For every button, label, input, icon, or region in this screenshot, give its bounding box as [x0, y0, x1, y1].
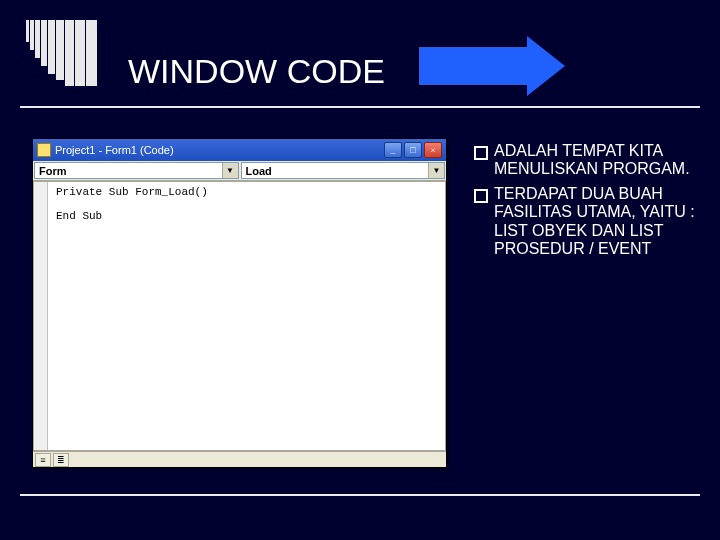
object-dropdown[interactable]: Form ▼ [34, 162, 239, 179]
procedure-dropdown-value: Load [246, 165, 272, 177]
title-decor-bars [26, 20, 97, 86]
divider-top [20, 106, 700, 108]
divider-bottom [20, 494, 700, 496]
chevron-down-icon: ▼ [222, 163, 238, 178]
titlebar-text: Project1 - Form1 (Code) [55, 144, 384, 156]
bullet-item: ADALAH TEMPAT KITA MENULISKAN PRORGAM. [472, 142, 710, 179]
code-text[interactable]: Private Sub Form_Load() End Sub [48, 182, 445, 450]
code-area[interactable]: Private Sub Form_Load() End Sub [33, 181, 446, 451]
procedure-view-button[interactable]: ≡ [35, 453, 51, 467]
arrow-graphic [418, 36, 568, 96]
object-dropdown-value: Form [39, 165, 67, 177]
titlebar[interactable]: Project1 - Form1 (Code) _ □ × [33, 139, 446, 161]
bullet-list: ADALAH TEMPAT KITA MENULISKAN PRORGAM. T… [472, 142, 710, 264]
view-bar: ≡ ≣ [33, 451, 446, 467]
full-module-view-button[interactable]: ≣ [53, 453, 69, 467]
chevron-down-icon: ▼ [428, 163, 444, 178]
margin-bar [34, 182, 48, 450]
maximize-button[interactable]: □ [404, 142, 422, 158]
code-window: Project1 - Form1 (Code) _ □ × Form ▼ Loa… [32, 138, 447, 468]
minimize-button[interactable]: _ [384, 142, 402, 158]
slide-title: WINDOW CODE [128, 52, 385, 91]
procedure-dropdown[interactable]: Load ▼ [241, 162, 446, 179]
bullet-item: TERDAPAT DUA BUAH FASILITAS UTAMA, YAITU… [472, 185, 710, 259]
form-icon [37, 143, 51, 157]
close-button[interactable]: × [424, 142, 442, 158]
dropdown-row: Form ▼ Load ▼ [33, 161, 446, 181]
